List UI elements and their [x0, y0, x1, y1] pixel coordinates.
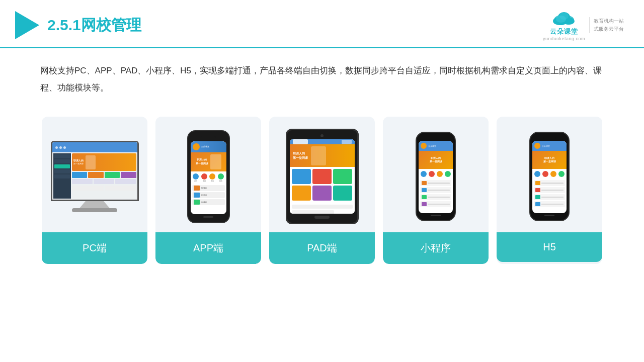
card-pad-image: 职涯人的 第一堂网课 [269, 117, 375, 232]
cards-container: 职涯人的 第一堂网课 [0, 102, 644, 274]
card-mini-label: 小程序 [383, 232, 489, 264]
card-h5-label: H5 [497, 232, 602, 262]
card-h5-image: 云朵课堂 职涯人的 第一堂网课 [497, 117, 602, 232]
card-mini: 云朵课堂 职涯人的 第一堂网课 [383, 117, 489, 264]
title-text: 网校管理 [81, 17, 141, 33]
card-pc-label: PC端 [42, 232, 147, 264]
tagline-line2: 式服务云平台 [594, 25, 624, 33]
monitor-screen: 职涯人的 第一堂网课 [51, 141, 139, 201]
logo-cloud: 云朵课堂 yunduoketang.com [543, 9, 585, 41]
phone-mockup-app: 云朵课堂 职涯人的 第一堂网课 课程 [187, 130, 230, 223]
small-phone-mini: 云朵课堂 职涯人的 第一堂网课 [416, 132, 456, 221]
logo-tagline: 教育机构一站 式服务云平台 [589, 17, 624, 33]
logo-domain: yunduoketang.com [543, 36, 585, 41]
card-mini-image: 云朵课堂 职涯人的 第一堂网课 [383, 117, 489, 232]
section-number: 2.5.1 [47, 17, 81, 33]
page-title: 2.5.1网校管理 [47, 15, 141, 36]
tagline-line1: 教育机构一站 [594, 17, 624, 25]
card-pad-label: PAD端 [269, 232, 375, 264]
cloud-svg-icon [550, 9, 578, 27]
card-pc: 职涯人的 第一堂网课 [42, 117, 147, 264]
play-icon [15, 11, 39, 39]
card-app: 云朵课堂 职涯人的 第一堂网课 课程 [155, 117, 261, 264]
header-left: 2.5.1网校管理 [15, 11, 141, 39]
small-phone-h5: 云朵课堂 职涯人的 第一堂网课 [529, 132, 570, 221]
description-paragraph: 网校支持PC、APP、PAD、小程序、H5，实现多端打通，产品各终端自由切换，数… [40, 62, 604, 97]
card-app-image: 云朵课堂 职涯人的 第一堂网课 课程 [155, 117, 261, 232]
description-text: 网校支持PC、APP、PAD、小程序、H5，实现多端打通，产品各终端自由切换，数… [0, 48, 644, 102]
card-h5: 云朵课堂 职涯人的 第一堂网课 [497, 117, 602, 264]
card-pad: 职涯人的 第一堂网课 [269, 117, 375, 264]
logo-area: 云朵课堂 yunduoketang.com 教育机构一站 式服务云平台 [543, 9, 624, 41]
page-header: 2.5.1网校管理 云朵课堂 yunduoketang.com 教育机构一站 式… [0, 0, 644, 48]
logo-name: 云朵课堂 [550, 27, 578, 36]
card-pc-image: 职涯人的 第一堂网课 [42, 117, 147, 232]
pc-monitor-mockup: 职涯人的 第一堂网课 [51, 141, 139, 212]
svg-point-7 [559, 13, 569, 20]
tablet-mockup: 职涯人的 第一堂网课 [286, 129, 359, 224]
card-app-label: APP端 [155, 232, 261, 264]
